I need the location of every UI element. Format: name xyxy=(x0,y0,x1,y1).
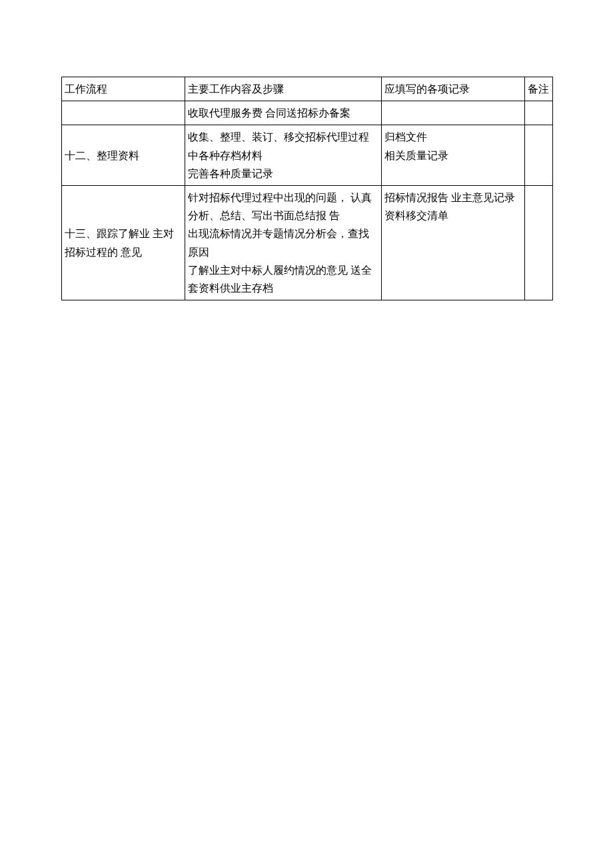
header-notes: 备注 xyxy=(525,77,553,101)
cell-content: 收集、整理、装订、移交招标代理过程中各种存档材料 完善各种质量记录 xyxy=(185,125,382,186)
cell-content: 针对招标代理过程中出现的问题， 认真分析、总结、写出书面总结报 告 出现流标情况… xyxy=(185,185,382,300)
table-row: 十三、跟踪了解业 主对招标过程的 意见 针对招标代理过程中出现的问题， 认真分析… xyxy=(62,185,553,300)
header-workflow: 工作流程 xyxy=(62,77,185,101)
cell-content: 收取代理服务费 合同送招标办备案 xyxy=(185,101,382,125)
cell-workflow: 十三、跟踪了解业 主对招标过程的 意见 xyxy=(62,185,185,300)
table-row: 十二、整理资料 收集、整理、装订、移交招标代理过程中各种存档材料 完善各种质量记… xyxy=(62,125,553,186)
cell-records xyxy=(382,101,525,125)
cell-records: 归档文件 相关质量记录 xyxy=(382,125,525,186)
cell-notes xyxy=(525,101,553,125)
cell-workflow: 十二、整理资料 xyxy=(62,125,185,186)
cell-records: 招标情况报告 业主意见记录 资料移交清单 xyxy=(382,185,525,300)
workflow-table: 工作流程 主要工作内容及步骤 应填写的各项记录 备注 收取代理服务费 合同送招标… xyxy=(61,77,553,300)
header-content: 主要工作内容及步骤 xyxy=(185,77,382,101)
header-records: 应填写的各项记录 xyxy=(382,77,525,101)
cell-notes xyxy=(525,185,553,300)
table-row: 收取代理服务费 合同送招标办备案 xyxy=(62,101,553,125)
table-header-row: 工作流程 主要工作内容及步骤 应填写的各项记录 备注 xyxy=(62,77,553,101)
cell-workflow xyxy=(62,101,185,125)
cell-notes xyxy=(525,125,553,186)
